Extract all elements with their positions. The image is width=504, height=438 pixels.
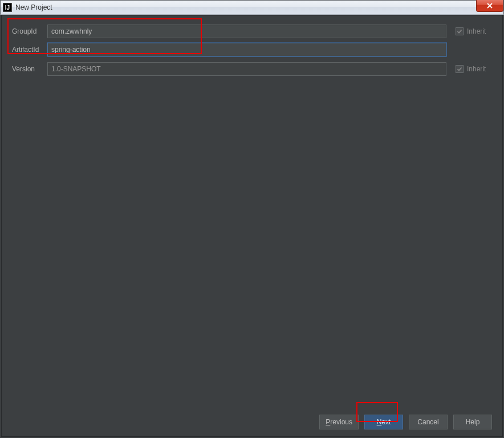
groupid-row: GroupId Inherit [12,23,492,39]
close-button[interactable] [476,0,503,12]
form-area: GroupId Inherit ArtifactId Version [2,15,502,77]
previous-button[interactable]: Previous [319,415,359,429]
groupid-inherit-checkbox[interactable] [456,27,464,35]
check-icon [457,29,462,34]
close-icon [486,3,493,9]
check-icon [457,66,462,72]
version-input[interactable] [47,62,446,76]
groupid-input[interactable] [47,25,446,38]
groupid-label: GroupId [12,27,47,35]
next-button[interactable]: Next [364,415,403,429]
titlebar: IJ New Project [0,0,504,15]
button-bar: Previous Next Cancel Help [2,408,502,436]
help-button[interactable]: Help [453,415,492,429]
artifactid-label: ArtifactId [12,46,47,54]
artifactid-input[interactable] [47,43,446,56]
cancel-button[interactable]: Cancel [409,415,448,429]
inherit-label: Inherit [467,65,486,73]
dialog-body: GroupId Inherit ArtifactId Version [1,15,503,437]
window-title: New Project [15,3,52,11]
version-label: Version [12,65,47,73]
version-row: Version Inherit [12,61,492,77]
artifactid-row: ArtifactId [12,42,492,58]
groupid-inherit: Inherit [446,27,492,35]
inherit-label: Inherit [467,27,486,35]
version-inherit: Inherit [446,65,492,73]
version-inherit-checkbox[interactable] [456,65,464,73]
app-icon: IJ [3,3,12,12]
